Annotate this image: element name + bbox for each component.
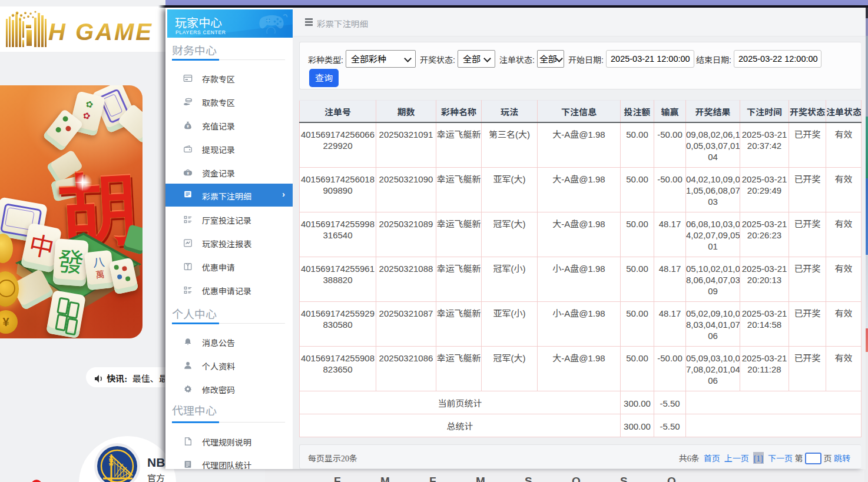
svg-text:¥: ¥ [187, 124, 189, 129]
svg-text:H GAME: H GAME [48, 19, 153, 45]
svg-text:¥: ¥ [187, 171, 189, 176]
